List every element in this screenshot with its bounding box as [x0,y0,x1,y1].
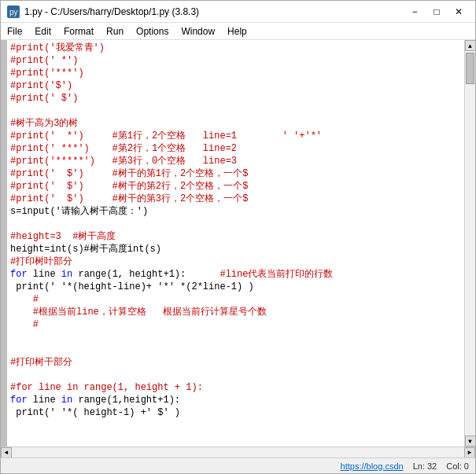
menu-run[interactable]: Run [100,24,130,39]
code-line: #打印树叶部分 [10,255,461,268]
scroll-down-button[interactable]: ▼ [465,435,476,446]
code-line: #for line in range(1, height + 1): [10,381,461,394]
title-bar: py 1.py - C:/Users/harry/Desktop/1.py (3… [1,1,475,23]
scroll-thumb[interactable] [466,53,474,84]
menu-edit[interactable]: Edit [28,24,57,39]
code-line: #print(' $') #树干的第2行，2个空格，一个$ [10,180,461,193]
menu-file[interactable]: File [1,24,28,39]
code-line: s=input('请输入树干高度：') [10,205,461,218]
code-line [10,432,461,444]
editor-container: #print('我爱常青') #print(' *') #print('***'… [1,40,475,446]
code-line [10,105,461,117]
code-line: #print(' $') #树干的第1行，2个空格，一个$ [10,167,461,180]
status-bar: https://blog.csdn Ln: 32 Col: 0 [1,457,475,473]
code-line: for line in range(1,height+1): [10,394,461,406]
code-line [10,331,461,344]
left-margin [1,40,7,446]
status-link[interactable]: https://blog.csdn [341,461,404,471]
svg-text:py: py [9,8,18,17]
menu-options[interactable]: Options [130,24,175,39]
title-bar-left: py 1.py - C:/Users/harry/Desktop/1.py (3… [7,6,199,18]
code-line [10,419,461,432]
maximize-button[interactable]: □ [426,4,447,20]
close-button[interactable]: ✕ [448,4,469,20]
code-line [10,218,461,230]
code-line: #print(' $') #树干的第3行，2个空格，一个$ [10,193,461,205]
code-line: print(' '*(height-line)+ '*' *(2*line-1)… [10,281,461,293]
menu-bar: File Edit Format Run Options Window Help [1,23,475,40]
code-line: height=int(s)#树干高度int(s) [10,243,461,255]
scroll-right-button[interactable]: ► [464,447,475,458]
code-line: #print('$') [10,79,461,92]
code-line: #根据当前line，计算空格 根据当前行计算星号个数 [10,306,461,318]
main-window: py 1.py - C:/Users/harry/Desktop/1.py (3… [0,0,476,474]
menu-help[interactable]: Help [221,24,253,39]
scroll-track[interactable] [465,51,475,435]
code-line: for line in range(1, height+1): #line代表当… [10,268,461,281]
code-line: #print('***') [10,67,461,79]
code-line [10,369,461,381]
bottom-scrollbar: ◄ ► [1,446,475,457]
code-line: #print(' ***') #第2行，1个空格 line=2 [10,142,461,155]
title-controls: − □ ✕ [404,4,469,20]
window-title: 1.py - C:/Users/harry/Desktop/1.py (3.8.… [24,6,199,17]
status-col: Col: 0 [446,461,469,471]
code-line: #print(' *') [10,54,461,67]
scroll-left-button[interactable]: ◄ [1,447,12,458]
scroll-up-button[interactable]: ▲ [465,40,476,51]
python-icon: py [7,6,20,18]
code-line: # [10,293,461,306]
code-line: #height=3 #树干高度 [10,230,461,243]
code-line: print(' '*( height-1) +' $' ) [10,406,461,419]
code-area[interactable]: #print('我爱常青') #print(' *') #print('***'… [7,40,464,446]
status-ln: Ln: 32 [413,461,437,471]
right-scrollbar: ▲ ▼ [464,40,475,446]
code-line: #打印树干部分 [10,356,461,369]
code-line: #print(' *') #第1行，2个空格 line=1 ' '+'*' [10,130,461,142]
code-line: # [10,318,461,331]
code-line: #print('我爱常青') [10,42,461,54]
menu-format[interactable]: Format [57,24,100,39]
code-line: #print(' $') [10,92,461,105]
code-line: #树干高为3的树 [10,117,461,130]
menu-window[interactable]: Window [175,24,221,39]
minimize-button[interactable]: − [404,4,425,20]
code-line [10,344,461,356]
code-line: #print('*****') #第3行，0个空格 line=3 [10,155,461,167]
h-scroll-track[interactable] [12,447,464,457]
